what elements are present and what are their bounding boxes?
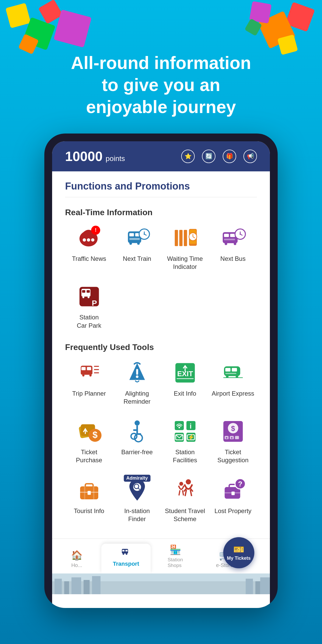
svg-rect-27 xyxy=(224,239,235,240)
realtime-section-title: Real-Time Information xyxy=(65,202,257,220)
my-tickets-icon: 🎫 xyxy=(233,544,244,555)
next-bus-icon xyxy=(220,225,246,251)
svg-text:AE: AE xyxy=(239,363,245,368)
svg-rect-26 xyxy=(230,234,235,237)
svg-line-106 xyxy=(183,490,184,495)
svg-rect-36 xyxy=(82,290,85,293)
next-train-icon xyxy=(124,225,150,251)
trip-planner-icon xyxy=(76,360,102,386)
my-tickets-fab[interactable]: 🎫 My Tickets xyxy=(223,537,254,568)
gift-icon[interactable]: 🎁 xyxy=(223,150,236,163)
next-bus-item[interactable]: Next Bus xyxy=(209,220,257,276)
phone-screen: 10000 points ⭐ 🔄 🎁 📢 Functions and Promo… xyxy=(52,141,270,608)
ticket-purchase-item[interactable]: $ Ticket Purchase xyxy=(65,413,113,469)
phone-device: 10000 points ⭐ 🔄 🎁 📢 Functions and Promo… xyxy=(44,134,278,608)
svg-point-1 xyxy=(83,238,86,242)
svg-text:$: $ xyxy=(231,424,235,432)
ticket-suggestion-item[interactable]: $ Ticke xyxy=(209,413,257,469)
station-car-park-label: StationCar Park xyxy=(77,313,101,329)
svg-point-39 xyxy=(87,296,89,298)
svg-text:P: P xyxy=(92,299,97,307)
station-car-park-item[interactable]: P StationCar Park xyxy=(65,278,113,334)
station-facilities-item[interactable]: i ⚡ Station Facilities xyxy=(161,413,209,469)
svg-rect-7 xyxy=(129,233,134,236)
airport-express-icon: AE xyxy=(220,360,246,386)
exit-info-icon: EXIT xyxy=(172,360,198,386)
svg-rect-127 xyxy=(260,577,270,594)
svg-rect-16 xyxy=(175,230,178,246)
alighting-reminder-label: AlightingReminder xyxy=(123,389,150,405)
svg-rect-91 xyxy=(85,484,93,488)
svg-rect-121 xyxy=(64,581,69,594)
station-facilities-label: Station Facilities xyxy=(164,448,206,464)
svg-point-99 xyxy=(186,479,191,484)
points-display: 10000 points xyxy=(65,149,125,164)
nav-transport[interactable]: Transport xyxy=(101,544,151,573)
svg-point-38 xyxy=(82,296,84,298)
home-icon: 🏠 xyxy=(71,550,83,561)
svg-rect-126 xyxy=(255,581,260,594)
in-station-finder-icon: Admiralty xyxy=(124,477,150,503)
svg-rect-42 xyxy=(81,367,86,370)
next-train-item[interactable]: Next Train xyxy=(113,220,161,276)
svg-point-45 xyxy=(89,374,92,376)
exit-info-item[interactable]: EXIT Exit Info xyxy=(161,355,209,411)
svg-point-29 xyxy=(234,243,236,245)
svg-rect-56 xyxy=(225,368,230,372)
alighting-reminder-item[interactable]: AlightingReminder xyxy=(113,355,161,411)
svg-rect-123 xyxy=(83,580,89,594)
nav-home[interactable]: 🏠 Ho... xyxy=(52,547,101,573)
alighting-reminder-icon xyxy=(124,360,150,386)
functions-promotions-title: Functions and Promotions xyxy=(65,171,257,197)
svg-rect-17 xyxy=(179,230,183,246)
barrier-free-item[interactable]: Barrier-free xyxy=(113,413,161,469)
megaphone-icon[interactable]: 📢 xyxy=(243,150,257,163)
svg-rect-58 xyxy=(225,373,236,374)
star-icon[interactable]: ⭐ xyxy=(181,150,195,163)
svg-point-2 xyxy=(87,238,90,242)
trip-planner-label: Trip Planner xyxy=(72,389,106,397)
nav-station-shops[interactable]: 🏪 StationShops xyxy=(151,542,200,573)
svg-rect-25 xyxy=(224,234,229,237)
svg-rect-120 xyxy=(54,579,62,594)
bottom-navigation: 🏠 Ho... Transport xyxy=(52,538,270,573)
station-facilities-icon: i ⚡ xyxy=(172,418,198,444)
student-travel-item[interactable]: Student TravelScheme xyxy=(161,472,209,528)
svg-point-75 xyxy=(178,427,180,428)
app-header: 10000 points ⭐ 🔄 🎁 📢 xyxy=(52,141,270,171)
traffic-news-item[interactable]: ! Traffic News xyxy=(65,220,113,276)
trip-planner-item[interactable]: Trip Planner xyxy=(65,355,113,411)
realtime-grid: ! Traffic News xyxy=(65,220,257,335)
svg-rect-57 xyxy=(232,368,237,372)
hero-text: All-round information to give you an enj… xyxy=(0,0,322,134)
in-station-finder-label: In-station Finder xyxy=(116,507,158,523)
airport-express-label: Airport Express xyxy=(212,389,254,397)
header-icon-group: ⭐ 🔄 🎁 📢 xyxy=(181,150,257,163)
waiting-time-icon xyxy=(172,225,198,251)
nav-home-label: Ho... xyxy=(71,562,82,568)
next-train-label: Next Train xyxy=(123,255,151,263)
svg-point-117 xyxy=(126,553,127,555)
airport-express-item[interactable]: AE Airport Express xyxy=(209,355,257,411)
lost-property-label: Lost Property xyxy=(214,507,251,515)
svg-text:!: ! xyxy=(95,227,96,233)
svg-rect-114 xyxy=(122,550,124,551)
tourist-info-item[interactable]: Tourist Info xyxy=(65,472,113,528)
exit-info-label: Exit Info xyxy=(174,389,196,397)
waiting-time-item[interactable]: Waiting TimeIndicator xyxy=(161,220,209,276)
svg-rect-49 xyxy=(136,369,138,375)
transport-icon xyxy=(121,546,131,559)
refresh-icon[interactable]: 🔄 xyxy=(202,150,215,163)
svg-point-11 xyxy=(137,242,140,245)
tourist-info-label: Tourist Info xyxy=(74,507,104,515)
lost-property-item[interactable]: ? Lost Property xyxy=(209,472,257,528)
next-bus-label: Next Bus xyxy=(220,255,246,263)
svg-line-105 xyxy=(179,490,180,495)
city-background xyxy=(52,573,270,594)
svg-point-50 xyxy=(136,375,138,378)
nav-transport-label: Transport xyxy=(113,561,139,567)
admiralty-tag: Admiralty xyxy=(124,475,150,482)
svg-point-70 xyxy=(131,433,137,439)
student-travel-icon xyxy=(172,477,198,503)
in-station-finder-item[interactable]: Admiralty In-station Finder xyxy=(113,472,161,528)
